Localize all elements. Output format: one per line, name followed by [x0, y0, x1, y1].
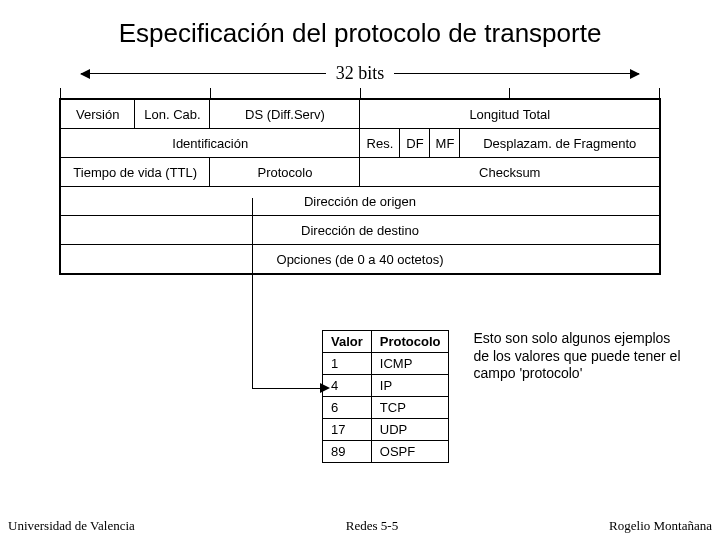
field-diffserv: DS (Diff.Serv) [210, 99, 360, 129]
ipv4-header-diagram: Versión Lon. Cab. DS (Diff.Serv) Longitu… [59, 98, 661, 275]
table-row: 89OSPF [323, 441, 449, 463]
footer-right: Rogelio Montañana [609, 518, 712, 534]
header-row-6: Opciones (de 0 a 40 octetos) [60, 245, 660, 275]
table-row: 4IP [323, 375, 449, 397]
col-valor: Valor [323, 331, 372, 353]
footer-left: Universidad de Valencia [8, 518, 135, 534]
field-total-length: Longitud Total [360, 99, 660, 129]
field-df-flag: DF [400, 129, 430, 158]
field-mf-flag: MF [430, 129, 460, 158]
page-title: Especificación del protocolo de transpor… [0, 18, 720, 49]
table-header-row: Valor Protocolo [323, 331, 449, 353]
field-ttl: Tiempo de vida (TTL) [60, 158, 210, 187]
header-row-3: Tiempo de vida (TTL) Protocolo Checksum [60, 158, 660, 187]
protocol-values-table: Valor Protocolo 1ICMP 4IP 6TCP 17UDP 89O… [322, 330, 449, 463]
arrow-left-icon [81, 73, 326, 74]
field-dst-addr: Dirección de destino [60, 216, 660, 245]
field-src-addr: Dirección de origen [60, 187, 660, 216]
bit-ticks [60, 88, 660, 98]
bits-width-indicator: 32 bits [0, 63, 720, 84]
col-protocolo: Protocolo [371, 331, 449, 353]
header-row-1: Versión Lon. Cab. DS (Diff.Serv) Longitu… [60, 99, 660, 129]
explanatory-note: Esto son solo algunos ejemplos de los va… [473, 330, 683, 383]
header-row-2: Identificación Res. DF MF Desplazam. de … [60, 129, 660, 158]
field-version: Versión [60, 99, 135, 129]
field-protocol: Protocolo [210, 158, 360, 187]
field-ihl: Lon. Cab. [135, 99, 210, 129]
connector-line [252, 198, 322, 388]
header-row-4: Dirección de origen [60, 187, 660, 216]
bits-label: 32 bits [326, 63, 395, 84]
footer-center: Redes 5-5 [346, 518, 398, 534]
arrow-right-icon [394, 73, 639, 74]
table-row: 17UDP [323, 419, 449, 441]
header-row-5: Dirección de destino [60, 216, 660, 245]
field-options: Opciones (de 0 a 40 octetos) [60, 245, 660, 275]
table-row: 6TCP [323, 397, 449, 419]
field-frag-offset: Desplazam. de Fragmento [460, 129, 660, 158]
table-row: 1ICMP [323, 353, 449, 375]
field-checksum: Checksum [360, 158, 660, 187]
field-reserved-flag: Res. [360, 129, 400, 158]
field-identification: Identificación [60, 129, 360, 158]
slide-footer: Universidad de Valencia Redes 5-5 Rogeli… [0, 518, 720, 534]
